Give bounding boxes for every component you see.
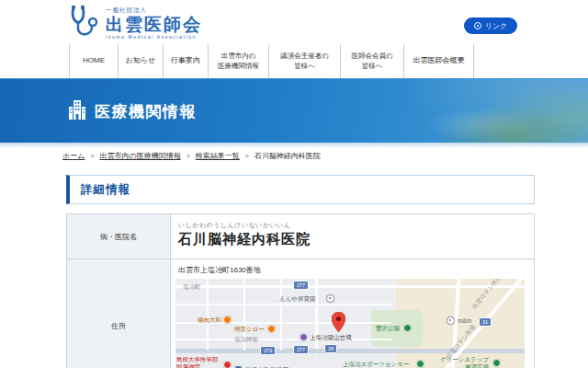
nav-item-home[interactable]: HOME bbox=[69, 44, 118, 78]
link-icon bbox=[474, 22, 481, 29]
map-poi-label: グリーンステップ 展望広場 bbox=[440, 356, 489, 368]
row-label-name: 病・医院名 bbox=[67, 214, 171, 259]
nav-item-events[interactable]: 行事案内 bbox=[163, 44, 208, 78]
attraction-marker-icon bbox=[300, 333, 308, 341]
park-marker-icon bbox=[492, 359, 501, 367]
nav-item-lecture-organizers[interactable]: 講演会主催者の 皆様へ bbox=[268, 44, 340, 78]
org-name: 出雲医師会 bbox=[106, 16, 202, 34]
map-road bbox=[315, 279, 318, 354]
link-button-label: リンク bbox=[485, 21, 508, 31]
nav-item-medical-institutions[interactable]: 出雲市内の 医療機関情報 bbox=[208, 44, 268, 78]
logo-text: 一般社団法人 出雲医師会 Izumo Medical Association bbox=[106, 6, 202, 40]
route-shield: 277 bbox=[293, 345, 309, 354]
row-label-address: 住所 bbox=[67, 259, 171, 368]
map-street bbox=[175, 339, 391, 340]
banner-photo bbox=[322, 79, 588, 144]
breadcrumb-medical-institutions[interactable]: 出雲市内の医療機関情報 bbox=[99, 151, 180, 161]
map-poi-label: 焼肉大和 bbox=[198, 316, 221, 324]
clinic-name: 石川脳神経内科医院 bbox=[171, 231, 534, 248]
breadcrumb-separator: > bbox=[245, 153, 249, 159]
map-poi-label: 喫茶シロー bbox=[234, 326, 265, 333]
park-marker-icon bbox=[403, 324, 412, 332]
site-header: 一般社団法人 出雲医師会 Izumo Medical Association リ… bbox=[0, 0, 588, 44]
main-nav: HOME お知らせ 行事案内 出雲市内の 医療機関情報 講演会主催者の 皆様へ … bbox=[69, 44, 474, 78]
breadcrumb-separator: > bbox=[187, 153, 190, 159]
map-area-label: 塩冶町 bbox=[183, 283, 201, 291]
nav-item-overview[interactable]: 出雲医師会概要 bbox=[403, 44, 474, 78]
breadcrumb-home[interactable]: ホーム bbox=[62, 151, 85, 161]
breadcrumb: ホーム > 出雲市内の医療機関情報 > 検索結果一覧 > 石川脳神経内科医院 bbox=[62, 151, 321, 161]
restaurant-marker-icon bbox=[267, 325, 276, 333]
breadcrumb-current: 石川脳神経内科医院 bbox=[254, 151, 321, 161]
page-title: 医療機関情報 bbox=[95, 101, 197, 122]
breadcrumb-separator: > bbox=[90, 153, 94, 159]
map-road-major bbox=[175, 349, 525, 353]
org-type: 一般社団法人 bbox=[106, 6, 202, 15]
stethoscope-icon bbox=[68, 5, 99, 41]
route-shield: 31 bbox=[479, 317, 492, 327]
nav-item-news[interactable]: お知らせ bbox=[118, 44, 163, 78]
route-shield: 28 bbox=[324, 344, 337, 353]
map-pin-icon bbox=[332, 312, 345, 332]
map-area-label: 塩冶神前 bbox=[234, 336, 258, 343]
map-road bbox=[175, 285, 525, 288]
map-poi-label: m&m bbox=[458, 317, 471, 325]
map-poi-label: 上塩冶スポーツセンター bbox=[343, 361, 409, 368]
map-poi-label: 上塩冶築山古墳 bbox=[310, 334, 352, 341]
org-name-en: Izumo Medical Association bbox=[106, 34, 202, 40]
route-shield: 277 bbox=[293, 281, 309, 290]
hospital-marker-icon bbox=[223, 361, 232, 368]
banner-fade bbox=[0, 143, 588, 148]
hospital-building-icon bbox=[68, 99, 86, 123]
school-marker-icon bbox=[326, 294, 334, 303]
clinic-name-kana: いしかわのうしんけいないかいいん bbox=[171, 214, 534, 231]
section-title-box: 詳細情報 bbox=[66, 175, 535, 204]
nav-item-members[interactable]: 医師会会員の 皆様へ bbox=[340, 44, 403, 78]
link-button[interactable]: リンク bbox=[464, 17, 517, 34]
clinic-address: 出雲市上塩冶町1630番地 bbox=[171, 259, 534, 279]
table-row-name: 病・医院名 いしかわのうしんけいないかいいん 石川脳神経内科医院 bbox=[67, 214, 534, 259]
section-title: 詳細情報 bbox=[81, 182, 130, 198]
map-poi-label: 島根大学医学部 附属病院 bbox=[176, 356, 219, 368]
map-poi-label: 菅沢公園 bbox=[376, 325, 400, 332]
table-row-address: 住所 出雲市上塩冶町1630番地 bbox=[67, 259, 534, 368]
map-poi-label: えんや保育園 bbox=[279, 295, 315, 303]
page: 一般社団法人 出雲医師会 Izumo Medical Association リ… bbox=[0, 0, 588, 368]
breadcrumb-search-results[interactable]: 検索結果一覧 bbox=[196, 151, 240, 161]
map[interactable]: 塩冶町 塩冶神前 出雲ロマン街道 出雲ロマン街道 えんや保育園 焼肉大和 喫茶シ… bbox=[175, 279, 525, 368]
route-shield: 273 bbox=[260, 346, 276, 355]
detail-table: 病・医院名 いしかわのうしんけいないかいいん 石川脳神経内科医院 住所 出雲市上… bbox=[66, 213, 535, 368]
place-marker-icon bbox=[447, 316, 455, 325]
page-banner: 医療機関情報 bbox=[0, 78, 588, 144]
site-logo[interactable]: 一般社団法人 出雲医師会 Izumo Medical Association bbox=[68, 5, 202, 41]
map-street bbox=[175, 304, 391, 305]
restaurant-marker-icon bbox=[223, 316, 232, 324]
park-marker-icon bbox=[416, 360, 424, 368]
